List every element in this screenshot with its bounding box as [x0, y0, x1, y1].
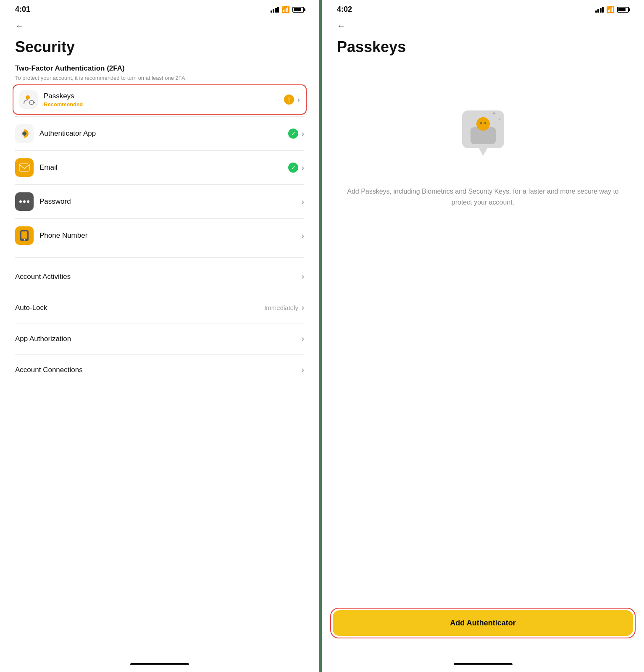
- email-chevron-icon: ›: [302, 163, 304, 172]
- authenticator-app-menu-item[interactable]: Authenticator App ✓ ›: [8, 118, 311, 149]
- auto-lock-value: Immediately: [264, 304, 298, 311]
- right-status-bar: 4:02 📶: [330, 0, 636, 17]
- battery-icon: [292, 7, 304, 13]
- svg-point-15: [476, 117, 490, 131]
- svg-point-12: [24, 239, 25, 241]
- divider-6: [15, 323, 304, 323]
- auto-lock-right: Immediately ›: [264, 303, 304, 312]
- account-connections-menu-item[interactable]: Account Connections ›: [8, 358, 311, 382]
- app-authorization-chevron-icon: ›: [302, 334, 304, 343]
- left-status-icons: 📶: [271, 5, 305, 13]
- password-label: Password: [39, 197, 302, 206]
- account-activities-chevron-icon: ›: [302, 272, 304, 281]
- email-menu-item[interactable]: Email ✓ ›: [8, 152, 311, 183]
- passkeys-icon: [19, 90, 38, 109]
- account-activities-right: ›: [302, 272, 304, 281]
- password-content: Password: [39, 197, 302, 206]
- password-menu-item[interactable]: Password ›: [8, 186, 311, 217]
- phone-number-label: Phone Number: [39, 231, 302, 240]
- left-page-title: Security: [8, 38, 311, 64]
- divider-7: [15, 354, 304, 354]
- svg-text:✦: ✦: [498, 117, 501, 122]
- account-connections-chevron-icon: ›: [302, 365, 304, 374]
- svg-point-16: [480, 122, 482, 124]
- passkeys-warning-icon: !: [284, 94, 294, 105]
- authenticator-app-content: Authenticator App: [39, 129, 288, 138]
- right-back-arrow-icon: ←: [337, 21, 346, 32]
- passkeys-content: Passkeys Recommended: [44, 92, 284, 108]
- divider-2: [15, 150, 304, 151]
- account-connections-label: Account Connections: [15, 366, 83, 374]
- svg-point-1: [29, 100, 34, 105]
- password-chevron-icon: ›: [302, 197, 304, 206]
- signal-icon: [271, 7, 279, 13]
- twofa-section-header: Two-Factor Authentication (2FA) To prote…: [8, 64, 311, 84]
- auto-lock-chevron-icon: ›: [302, 303, 304, 312]
- left-back-arrow-icon: ←: [15, 21, 24, 32]
- phone-number-chevron-icon: ›: [302, 231, 304, 240]
- right-status-icons: 📶: [595, 5, 629, 13]
- right-battery-icon: [617, 7, 629, 13]
- svg-point-17: [484, 122, 486, 124]
- svg-point-5: [22, 131, 26, 136]
- authenticator-app-icon: [15, 124, 34, 143]
- twofa-heading: Two-Factor Authentication (2FA): [15, 64, 304, 73]
- phone-number-right: ›: [302, 231, 304, 240]
- phone-number-menu-item[interactable]: Phone Number ›: [8, 220, 311, 251]
- twofa-description: To protect your account, it is recommend…: [15, 74, 304, 82]
- auto-lock-label: Auto-Lock: [15, 304, 47, 312]
- right-page-title: Passkeys: [330, 38, 636, 64]
- authenticator-app-label: Authenticator App: [39, 129, 288, 138]
- divider-1: [15, 116, 304, 117]
- email-icon: [15, 158, 34, 177]
- divider-5: [15, 292, 304, 292]
- authenticator-app-check-icon: ✓: [288, 129, 298, 139]
- svg-rect-11: [21, 231, 27, 239]
- left-home-indicator: [130, 663, 189, 665]
- authenticator-app-chevron-icon: ›: [302, 129, 304, 138]
- password-icon: [15, 192, 34, 211]
- svg-text:✦: ✦: [492, 110, 497, 117]
- right-time: 4:02: [337, 5, 352, 14]
- auto-lock-menu-item[interactable]: Auto-Lock Immediately ›: [8, 296, 311, 320]
- app-authorization-menu-item[interactable]: App Authorization ›: [8, 327, 311, 351]
- svg-rect-6: [19, 164, 29, 171]
- email-check-icon: ✓: [288, 163, 298, 173]
- add-authenticator-button[interactable]: Add Authenticator: [333, 610, 633, 636]
- authenticator-app-right: ✓ ›: [288, 129, 304, 139]
- email-right: ✓ ›: [288, 163, 304, 173]
- email-content: Email: [39, 163, 288, 172]
- right-home-indicator: [454, 663, 513, 665]
- phone-number-content: Phone Number: [39, 231, 302, 240]
- email-label: Email: [39, 163, 288, 172]
- divider-3: [15, 184, 304, 185]
- right-wifi-icon: 📶: [606, 5, 615, 13]
- svg-point-8: [23, 200, 26, 203]
- left-status-bar: 4:01 📶: [8, 0, 311, 17]
- passkeys-sublabel: Recommended: [44, 101, 284, 108]
- passkeys-illustration-container: ✦ ✦: [330, 98, 636, 165]
- passkeys-label: Passkeys: [44, 92, 284, 100]
- wifi-icon: 📶: [281, 5, 290, 13]
- passkeys-illustration-svg: ✦ ✦: [449, 98, 517, 165]
- left-time: 4:01: [15, 5, 30, 14]
- phone-number-icon: [15, 226, 34, 245]
- divider-4: [15, 218, 304, 219]
- svg-point-9: [27, 200, 29, 203]
- svg-marker-20: [479, 148, 487, 156]
- account-activities-menu-item[interactable]: Account Activities ›: [8, 265, 311, 289]
- add-authenticator-btn-wrapper: Add Authenticator: [330, 608, 636, 638]
- account-connections-right: ›: [302, 365, 304, 374]
- main-section-divider: [15, 257, 304, 258]
- passkeys-right: ! ›: [284, 94, 300, 105]
- passkeys-chevron-icon: ›: [297, 95, 300, 104]
- passkeys-menu-item[interactable]: Passkeys Recommended ! ›: [13, 84, 307, 115]
- svg-point-7: [19, 200, 22, 203]
- svg-point-0: [26, 95, 30, 100]
- right-signal-icon: [595, 7, 604, 13]
- left-panel: 4:01 📶 ← Security Two-Factor Authenticat…: [0, 0, 322, 672]
- app-authorization-label: App Authorization: [15, 335, 71, 343]
- password-right: ›: [302, 197, 304, 206]
- right-back-button[interactable]: ←: [330, 17, 636, 38]
- left-back-button[interactable]: ←: [8, 17, 311, 38]
